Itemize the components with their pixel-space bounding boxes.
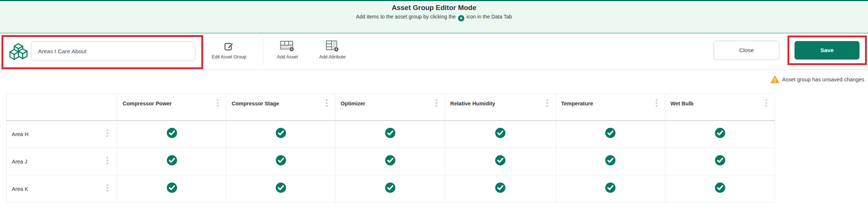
check-circle-icon [495, 131, 506, 137]
row-menu-button[interactable] [106, 156, 109, 165]
add-attribute-label: Add Attribute [319, 54, 346, 60]
warning-triangle-icon [770, 75, 779, 84]
column-header-label: Optimizer [341, 101, 365, 107]
attribute-cell[interactable] [445, 121, 556, 148]
check-circle-icon [495, 158, 506, 164]
column-header: Optimizer [335, 94, 445, 121]
column-header: Wet Bulb [665, 94, 775, 121]
check-circle-icon [276, 185, 286, 192]
check-circle-icon [385, 185, 396, 192]
attribute-cell[interactable] [665, 148, 775, 175]
column-menu-button[interactable] [325, 98, 328, 108]
attribute-cell[interactable] [226, 121, 335, 148]
check-circle-icon [715, 131, 725, 137]
subtitle-prefix: Add items to the asset group by clicking… [356, 14, 457, 20]
table-row: Area H [7, 121, 775, 148]
column-header-label: Temperature [561, 101, 593, 107]
edit-asset-group-button[interactable]: Edit Asset Group [204, 40, 254, 60]
check-circle-icon [495, 185, 506, 192]
row-menu-button[interactable] [106, 183, 109, 192]
add-asset-label: Add Asset [277, 54, 298, 60]
column-menu-button[interactable] [655, 98, 658, 108]
row-name-cell: Area J [7, 148, 117, 175]
check-circle-icon [605, 185, 616, 192]
asset-group-name-input[interactable] [31, 41, 195, 61]
close-button[interactable]: Close [714, 41, 779, 60]
attribute-cell[interactable] [335, 121, 445, 148]
check-circle-icon [167, 185, 177, 192]
attribute-cell[interactable] [556, 148, 665, 175]
column-header: Temperature [556, 94, 665, 121]
row-name-cell: Area K [7, 175, 117, 203]
edit-icon [224, 40, 234, 52]
column-header-label: Compressor Stage [232, 101, 279, 107]
column-header: Compressor Power [117, 94, 226, 121]
attribute-cell[interactable] [665, 121, 775, 148]
row-name-label: Area K [12, 186, 28, 192]
attribute-cell[interactable] [117, 148, 226, 175]
row-name-label: Area J [12, 159, 27, 165]
attribute-cell[interactable] [117, 121, 226, 148]
asset-group-cubes-icon [9, 43, 28, 62]
check-circle-icon [276, 131, 286, 137]
column-header-label: Wet Bulb [670, 101, 694, 107]
add-asset-button[interactable]: Add Asset [267, 40, 308, 60]
page-title: Asset Group Editor Mode [0, 4, 868, 12]
subtitle-suffix: icon in the Data Tab [465, 14, 512, 20]
check-circle-icon [605, 131, 616, 137]
column-header: Relative Humidity [445, 94, 556, 121]
column-menu-button[interactable] [435, 98, 438, 108]
table-body: Area HArea JArea K [7, 121, 775, 203]
check-circle-icon [167, 158, 177, 164]
table-header-row: Compressor PowerCompressor StageOptimize… [7, 94, 775, 121]
asset-group-table: Compressor PowerCompressor StageOptimize… [6, 94, 775, 203]
check-circle-icon [276, 158, 286, 164]
column-menu-button[interactable] [765, 98, 768, 108]
add-attribute-icon [326, 40, 339, 52]
check-circle-icon [385, 131, 396, 137]
attribute-cell[interactable] [226, 175, 335, 203]
row-name-cell: Area H [7, 121, 117, 148]
save-button[interactable]: Save [794, 41, 860, 60]
edit-asset-group-label: Edit Asset Group [212, 54, 246, 60]
unsaved-changes-warning: Asset group has unsaved changes [770, 75, 864, 84]
column-header: Compressor Stage [226, 94, 335, 121]
banner-subtitle: Add items to the asset group by clicking… [0, 14, 868, 21]
editor-mode-banner: Asset Group Editor Mode Add items to the… [0, 0, 868, 33]
check-circle-icon [715, 158, 725, 164]
check-circle-icon [167, 131, 177, 137]
add-attribute-button[interactable]: Add Attribute [310, 40, 355, 60]
add-asset-icon [280, 40, 295, 52]
unsaved-changes-text: Asset group has unsaved changes [782, 77, 864, 82]
plus-circle-icon: + [458, 15, 464, 21]
attribute-cell[interactable] [445, 148, 556, 175]
attribute-cell[interactable] [445, 175, 556, 203]
column-header-label: Compressor Power [123, 101, 172, 107]
attribute-cell[interactable] [556, 175, 665, 203]
corner-header-cell [7, 94, 117, 121]
attribute-cell[interactable] [335, 148, 445, 175]
table-row: Area J [7, 148, 775, 175]
row-name-label: Area H [12, 131, 28, 137]
row-menu-button[interactable] [106, 128, 109, 138]
attribute-cell[interactable] [226, 148, 335, 175]
asset-group-editor-page: Asset Group Editor Mode Add items to the… [0, 0, 868, 223]
toolbar: Edit Asset Group [0, 34, 868, 70]
toolbar-divider [263, 38, 263, 65]
column-menu-button[interactable] [216, 98, 219, 108]
column-header-label: Relative Humidity [450, 101, 495, 107]
check-circle-icon [385, 158, 396, 164]
attribute-cell[interactable] [117, 175, 226, 203]
check-circle-icon [605, 158, 616, 164]
column-menu-button[interactable] [546, 98, 549, 108]
attribute-cell[interactable] [665, 175, 775, 203]
attribute-cell[interactable] [335, 175, 445, 203]
check-circle-icon [715, 185, 725, 192]
attribute-cell[interactable] [556, 121, 665, 148]
table-row: Area K [7, 175, 775, 203]
